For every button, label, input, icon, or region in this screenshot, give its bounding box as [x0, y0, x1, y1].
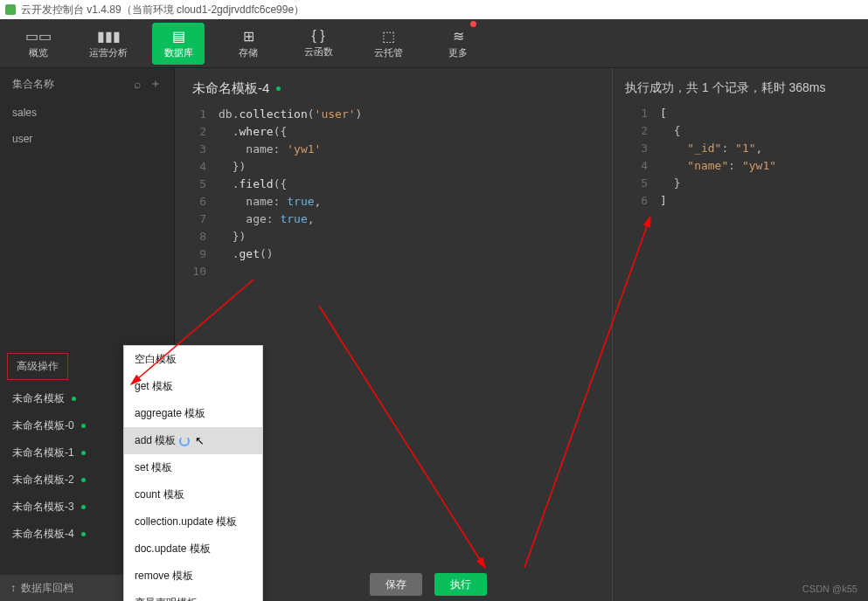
line-number: 4	[184, 158, 219, 176]
toolbar-label: 云函数	[304, 45, 333, 59]
code-line: .field({	[219, 176, 287, 193]
menu-item-4[interactable]: set 模板	[124, 454, 262, 481]
toolbar-存储[interactable]: ⊞存储	[222, 23, 274, 65]
toolbar-云函数[interactable]: { }云函数	[292, 23, 344, 65]
line-number: 2	[184, 123, 219, 141]
menu-item-label: collection.update 模板	[135, 515, 237, 529]
menu-item-0[interactable]: 空白模板	[124, 346, 262, 373]
add-collection-icon[interactable]: ＋	[149, 76, 162, 92]
menu-item-9[interactable]: 变量声明模板	[124, 590, 262, 601]
advanced-header[interactable]: 高级操作	[7, 353, 68, 380]
menu-item-label: doc.update 模板	[135, 542, 211, 556]
save-button[interactable]: 保存	[370, 573, 422, 596]
toolbar-更多[interactable]: ≋更多	[432, 23, 484, 65]
code-line: name: true,	[219, 193, 321, 211]
editor-title: 未命名模板-4	[192, 80, 269, 97]
menu-item-label: add 模板	[135, 433, 176, 448]
sidebar-title: 集合名称	[12, 77, 54, 92]
toolbar-概览[interactable]: ▭▭概览	[12, 23, 65, 65]
toolbar-label: 运营分析	[89, 46, 128, 59]
menu-item-5[interactable]: count 模板	[124, 481, 262, 508]
menu-item-label: aggregate 模板	[135, 406, 205, 421]
modified-indicator-icon	[81, 478, 86, 482]
code-line: }	[660, 175, 680, 192]
collection-item-sales[interactable]: sales	[0, 100, 174, 126]
toolbar-icon: ▮▮▮	[97, 28, 121, 45]
toolbar-运营分析[interactable]: ▮▮▮运营分析	[82, 23, 135, 65]
code-line: name: 'yw1'	[219, 141, 321, 158]
editor-title-row: 未命名模板-4	[192, 80, 607, 97]
menu-item-6[interactable]: collection.update 模板	[124, 508, 262, 535]
line-number: 8	[184, 228, 219, 245]
toolbar-icon: ▤	[172, 28, 185, 45]
modified-indicator-icon	[81, 532, 86, 536]
run-button[interactable]: 执行	[434, 573, 487, 596]
toolbar-label: 概览	[29, 46, 48, 59]
collection-item-user[interactable]: user	[0, 126, 174, 152]
window-title: 云开发控制台 v1.4.89（当前环境 cloud1-2gdjrvddfc6ce…	[21, 3, 304, 17]
menu-item-3[interactable]: add 模板↖	[124, 427, 262, 454]
modified-indicator-icon	[81, 505, 86, 509]
rollback-icon: ↕	[10, 582, 16, 594]
menu-item-2[interactable]: aggregate 模板	[124, 400, 262, 427]
template-item-label: 未命名模板-3	[12, 500, 74, 515]
editor-code[interactable]: 1db.collection('user')2 .where({3 name: …	[184, 106, 607, 280]
cursor-icon: ↖	[195, 434, 205, 447]
toolbar-label: 更多	[448, 46, 468, 59]
line-number: 1	[184, 106, 219, 123]
collection-list: salesuser	[0, 100, 174, 152]
template-item-label: 未命名模板-2	[12, 473, 74, 487]
code-line: .get()	[219, 245, 274, 263]
menu-item-label: remove 模板	[135, 569, 193, 584]
code-line: })	[219, 158, 246, 176]
watermark: CSDN @k55	[802, 584, 858, 594]
code-line: .where({	[219, 123, 287, 141]
menu-item-label: 变量声明模板	[135, 596, 198, 601]
menu-item-label: set 模板	[135, 460, 172, 475]
toolbar-icon: ⊞	[243, 28, 254, 45]
line-number: 4	[625, 157, 660, 175]
template-item-label: 未命名模板	[12, 391, 65, 406]
result-code: 1[2 {3 "_id": "1",4 "name": "yw1"5 }6]	[625, 105, 858, 210]
toolbar-icon: { }	[311, 28, 324, 44]
menu-item-1[interactable]: get 模板	[124, 373, 262, 400]
line-number: 9	[184, 245, 219, 263]
toolbar-label: 存储	[239, 46, 258, 59]
menu-item-label: get 模板	[135, 379, 173, 394]
line-number: 6	[184, 193, 219, 211]
menu-item-label: count 模板	[135, 487, 184, 502]
menu-item-7[interactable]: doc.update 模板	[124, 535, 262, 563]
line-number: 10	[184, 263, 219, 280]
toolbar-icon: ▭▭	[25, 28, 52, 45]
line-number: 2	[625, 122, 660, 140]
code-line: "_id": "1",	[660, 140, 762, 157]
line-number: 7	[184, 211, 219, 228]
result-title: 执行成功，共 1 个记录，耗时 368ms	[625, 80, 858, 96]
toolbar-label: 云托管	[374, 46, 403, 59]
line-number: 1	[625, 105, 660, 122]
template-item-label: 未命名模板-1	[12, 446, 74, 460]
modified-indicator-icon	[276, 86, 281, 91]
search-icon[interactable]: ⌕	[134, 77, 141, 91]
line-number: 3	[625, 140, 660, 157]
result-pane: 执行成功，共 1 个记录，耗时 368ms 1[2 {3 "_id": "1",…	[612, 68, 868, 601]
toolbar-数据库[interactable]: ▤数据库	[152, 23, 205, 65]
template-context-menu: 空白模板get 模板aggregate 模板add 模板↖set 模板count…	[123, 345, 263, 601]
main-toolbar: ▭▭概览▮▮▮运营分析▤数据库⊞存储{ }云函数⬚云托管≋更多	[0, 19, 868, 68]
menu-item-label: 空白模板	[135, 352, 177, 367]
template-item-label: 未命名模板-4	[12, 527, 74, 542]
window-titlebar: 云开发控制台 v1.4.89（当前环境 cloud1-2gdjrvddfc6ce…	[0, 0, 868, 19]
line-number: 5	[184, 176, 219, 193]
modified-indicator-icon	[72, 397, 76, 401]
menu-item-8[interactable]: remove 模板	[124, 563, 262, 590]
line-number: 5	[625, 175, 660, 192]
line-number: 3	[184, 141, 219, 158]
loading-spinner-icon	[179, 436, 190, 446]
toolbar-label: 数据库	[164, 46, 193, 59]
code-line: {	[660, 122, 680, 140]
code-line: ]	[660, 192, 667, 210]
toolbar-云托管[interactable]: ⬚云托管	[362, 23, 414, 65]
modified-indicator-icon	[81, 451, 86, 455]
code-line: })	[219, 228, 246, 245]
rollback-label: 数据库回档	[21, 581, 73, 596]
